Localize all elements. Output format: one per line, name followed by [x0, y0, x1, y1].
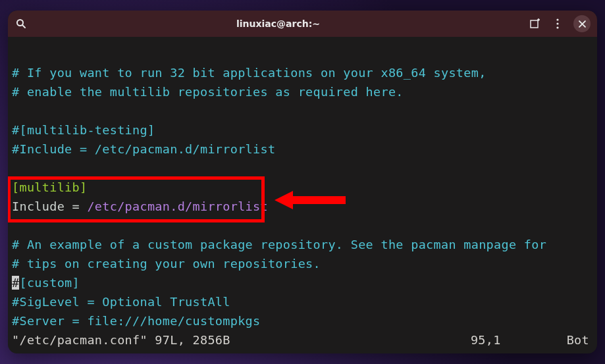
status-location: Bot [567, 330, 593, 350]
window-title: linuxiac@arch:~ [28, 18, 529, 29]
svg-point-6 [556, 22, 558, 24]
status-position: 95,1 [471, 330, 567, 350]
editor-line: [multilib] [12, 178, 593, 197]
svg-point-7 [556, 26, 558, 28]
svg-point-5 [556, 18, 558, 20]
status-filename: "/etc/pacman.conf" 97L, 2856B [12, 330, 230, 350]
svg-rect-2 [531, 20, 538, 28]
editor-line: #[custom] [12, 273, 593, 292]
titlebar: linuxiac@arch:~ [8, 11, 597, 37]
close-button[interactable] [573, 15, 591, 32]
editor-line: # enable the multilib repositories as re… [12, 82, 593, 101]
menu-icon[interactable] [551, 17, 564, 30]
editor-line: #Include = /etc/pacman.d/mirrorlist [12, 140, 593, 159]
cursor: # [12, 276, 19, 290]
editor-line: #[multilib-testing] [12, 120, 593, 140]
search-icon[interactable] [14, 17, 28, 30]
editor-line [12, 101, 593, 120]
section-multilib: [multilib] [12, 180, 87, 194]
editor-line: Include = /etc/pacman.d/mirrorlist [12, 197, 593, 216]
editor-line: # An example of a custom package reposit… [12, 235, 593, 254]
editor-line [12, 216, 593, 235]
include-key: Include [12, 199, 65, 213]
vim-status-line: "/etc/pacman.conf" 97L, 2856B 95,1 Bot [12, 330, 593, 350]
editor-line: # tips on creating your own repositories… [12, 254, 593, 273]
editor-line: #SigLevel = Optional TrustAll [12, 292, 593, 311]
mirrorlist-path: /etc/pacman.d/mirrorlist [87, 199, 268, 213]
svg-line-1 [22, 25, 25, 28]
terminal-window: linuxiac@arch:~ # If you want to run 32 … [8, 11, 597, 353]
new-tab-icon[interactable] [529, 17, 542, 30]
editor-line: # If you want to run 32 bit applications… [12, 63, 593, 82]
terminal-body[interactable]: # If you want to run 32 bit applications… [8, 37, 597, 353]
editor-line [12, 159, 593, 178]
editor-line: #Server = file:///home/custompkgs [12, 311, 593, 330]
